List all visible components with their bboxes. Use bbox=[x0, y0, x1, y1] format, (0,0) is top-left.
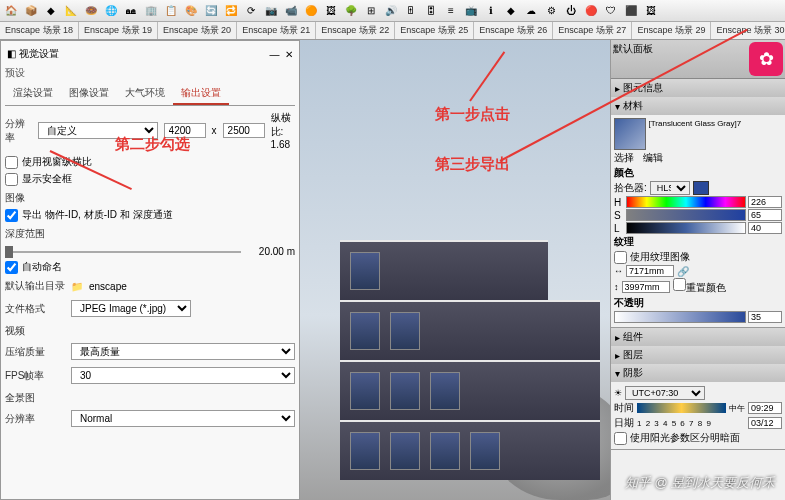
safeframe-checkbox[interactable] bbox=[5, 173, 18, 186]
panel-tab[interactable]: 输出设置 bbox=[173, 83, 229, 105]
toolbar-icon-14[interactable]: 📹 bbox=[282, 2, 300, 20]
toolbar-icon-30[interactable]: 🛡 bbox=[602, 2, 620, 20]
time-input[interactable] bbox=[748, 402, 782, 414]
toolbar-icon-4[interactable]: 🍩 bbox=[82, 2, 100, 20]
toolbar-icon-28[interactable]: ⏻ bbox=[562, 2, 580, 20]
toolbar-icon-29[interactable]: 🔴 bbox=[582, 2, 600, 20]
toolbar-icon-25[interactable]: ◆ bbox=[502, 2, 520, 20]
width-input[interactable] bbox=[164, 123, 206, 138]
visual-settings-panel: ◧ 视觉设置 — ✕ 预设 渲染设置图像设置大气环境输出设置 分辨率 自定义 x… bbox=[0, 40, 300, 500]
scene-tab[interactable]: Enscape 场景 29 bbox=[632, 22, 711, 39]
toolbar-icon-8[interactable]: 📋 bbox=[162, 2, 180, 20]
use-img-checkbox[interactable] bbox=[614, 251, 627, 264]
toolbar-icon-27[interactable]: ⚙ bbox=[542, 2, 560, 20]
toolbar-icon-12[interactable]: ⟳ bbox=[242, 2, 260, 20]
material-thumbnail[interactable] bbox=[614, 118, 646, 150]
link-icon[interactable]: 🔗 bbox=[677, 266, 689, 277]
toolbar-icon-13[interactable]: 📷 bbox=[262, 2, 280, 20]
minimize-icon[interactable]: — bbox=[269, 49, 279, 60]
toolbar-icon-17[interactable]: 🌳 bbox=[342, 2, 360, 20]
toolbar-icon-31[interactable]: ⬛ bbox=[622, 2, 640, 20]
export-id-checkbox[interactable] bbox=[5, 209, 18, 222]
texture-title: 纹理 bbox=[614, 235, 634, 249]
picker-select[interactable]: HLS bbox=[650, 181, 690, 195]
toolbar-icon-16[interactable]: 🖼 bbox=[322, 2, 340, 20]
opacity-input[interactable] bbox=[748, 311, 782, 323]
shadow-title: 阴影 bbox=[623, 366, 643, 380]
tex-w-input[interactable] bbox=[626, 265, 674, 277]
toolbar-icon-22[interactable]: ≡ bbox=[442, 2, 460, 20]
viewport-3d[interactable] bbox=[300, 40, 610, 500]
materials-title: 材料 bbox=[623, 99, 643, 113]
scene-tab[interactable]: Enscape 场景 30 bbox=[711, 22, 785, 39]
toolbar-icon-18[interactable]: ⊞ bbox=[362, 2, 380, 20]
color-swatch[interactable] bbox=[693, 181, 709, 195]
lit-input[interactable] bbox=[748, 222, 782, 234]
close-icon[interactable]: ✕ bbox=[285, 49, 293, 60]
toolbar-icon-10[interactable]: 🔄 bbox=[202, 2, 220, 20]
toolbar-icon-0[interactable]: 🏠 bbox=[2, 2, 20, 20]
scene-building bbox=[340, 220, 600, 480]
format-select[interactable]: JPEG Image (*.jpg) bbox=[71, 300, 191, 317]
panel-tab[interactable]: 渲染设置 bbox=[5, 83, 61, 105]
toolbar-icon-32[interactable]: 🖼 bbox=[642, 2, 660, 20]
toolbar-icon-6[interactable]: 🏘 bbox=[122, 2, 140, 20]
toolbar-icon-15[interactable]: 🟠 bbox=[302, 2, 320, 20]
outdir-label: 默认输出目录 bbox=[5, 279, 65, 293]
fps-select[interactable]: 30 bbox=[71, 367, 295, 384]
toolbar-icon-26[interactable]: ☁ bbox=[522, 2, 540, 20]
folder-icon[interactable]: 📁 bbox=[71, 281, 83, 292]
depth-slider[interactable] bbox=[5, 251, 241, 253]
toolbar-icon-21[interactable]: 🎛 bbox=[422, 2, 440, 20]
panel-tab[interactable]: 大气环境 bbox=[117, 83, 173, 105]
lit-slider[interactable] bbox=[626, 222, 746, 234]
toolbar-icon-11[interactable]: 🔁 bbox=[222, 2, 240, 20]
video-section-label: 视频 bbox=[5, 324, 295, 338]
panel-tab[interactable]: 图像设置 bbox=[61, 83, 117, 105]
scene-tab[interactable]: Enscape 场景 22 bbox=[316, 22, 395, 39]
sat-slider[interactable] bbox=[626, 209, 746, 221]
sun-cb[interactable] bbox=[614, 432, 627, 445]
scene-tab[interactable]: Enscape 场景 27 bbox=[553, 22, 632, 39]
pano-res-label: 分辨率 bbox=[5, 412, 65, 426]
scene-tab[interactable]: Enscape 场景 21 bbox=[237, 22, 316, 39]
format-label: 文件格式 bbox=[5, 302, 65, 316]
enscape-logo-icon: ✿ bbox=[749, 42, 783, 76]
hue-slider[interactable] bbox=[626, 196, 746, 208]
toolbar-icon-23[interactable]: 📺 bbox=[462, 2, 480, 20]
viewport-aspect-checkbox[interactable] bbox=[5, 156, 18, 169]
tex-h-input[interactable] bbox=[622, 281, 670, 293]
toolbar-icon-5[interactable]: 🌐 bbox=[102, 2, 120, 20]
image-section-label: 图像 bbox=[5, 191, 295, 205]
scene-tab[interactable]: Enscape 场景 25 bbox=[395, 22, 474, 39]
time-slider[interactable] bbox=[637, 403, 726, 413]
autoname-checkbox[interactable] bbox=[5, 261, 18, 274]
toolbar-icon-3[interactable]: 📐 bbox=[62, 2, 80, 20]
material-name: [Translucent Glass Gray]7 bbox=[649, 119, 742, 128]
date-slider[interactable]: 1 2 3 4 5 6 7 8 9 bbox=[637, 419, 745, 428]
color-title: 颜色 bbox=[614, 166, 634, 180]
panel-tabs: 渲染设置图像设置大气环境输出设置 bbox=[5, 83, 295, 106]
scene-tab[interactable]: Enscape 场景 20 bbox=[158, 22, 237, 39]
date-input[interactable] bbox=[748, 417, 782, 429]
pano-res-select[interactable]: Normal bbox=[71, 410, 295, 427]
toolbar-icon-2[interactable]: ◆ bbox=[42, 2, 60, 20]
toolbar-icon-7[interactable]: 🏢 bbox=[142, 2, 160, 20]
sat-input[interactable] bbox=[748, 209, 782, 221]
panel-subtitle: 预设 bbox=[5, 66, 295, 80]
scene-tab[interactable]: Enscape 场景 18 bbox=[0, 22, 79, 39]
toolbar-icon-1[interactable]: 📦 bbox=[22, 2, 40, 20]
opacity-slider[interactable] bbox=[614, 311, 746, 323]
toolbar-icon-24[interactable]: ℹ bbox=[482, 2, 500, 20]
scene-tab[interactable]: Enscape 场景 19 bbox=[79, 22, 158, 39]
scene-tab-bar: Enscape 场景 18Enscape 场景 19Enscape 场景 20E… bbox=[0, 22, 785, 40]
height-input[interactable] bbox=[223, 123, 265, 138]
toolbar-icon-19[interactable]: 🔊 bbox=[382, 2, 400, 20]
toolbar-icon-9[interactable]: 🎨 bbox=[182, 2, 200, 20]
toolbar-icon-20[interactable]: 🎚 bbox=[402, 2, 420, 20]
hue-input[interactable] bbox=[748, 196, 782, 208]
compress-select[interactable]: 最高质量 bbox=[71, 343, 295, 360]
scene-tab[interactable]: Enscape 场景 26 bbox=[474, 22, 553, 39]
resolution-mode-select[interactable]: 自定义 bbox=[38, 122, 158, 139]
tz-select[interactable]: UTC+07:30 bbox=[625, 386, 705, 400]
